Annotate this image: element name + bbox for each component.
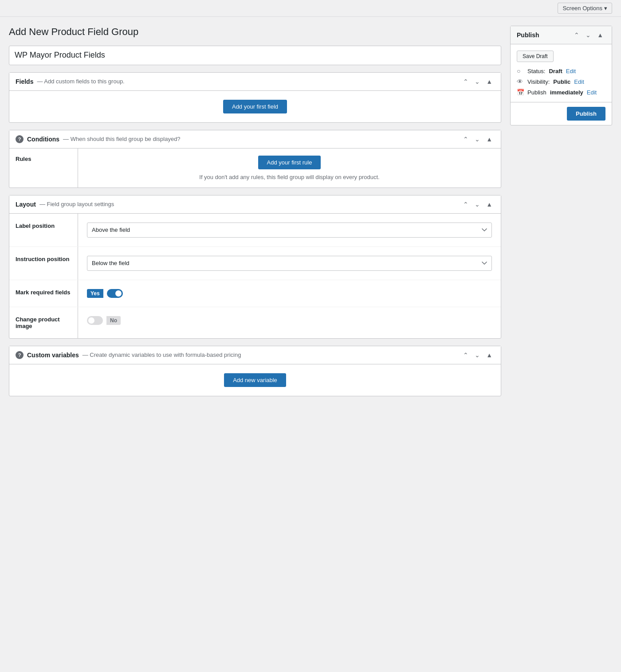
fields-panel-header: Fields — Add custom fields to this group… (9, 73, 501, 91)
fields-panel-subtitle: — Add custom fields to this group. (37, 78, 124, 85)
layout-panel: Layout — Field group layout settings ⌃ ⌄… (9, 195, 501, 339)
layout-panel-subtitle: — Field group layout settings (39, 201, 114, 207)
mark-required-toggle-container: Yes (87, 289, 492, 298)
visibility-icon: 👁 (517, 78, 524, 85)
conditions-panel-collapse-up[interactable]: ⌃ (461, 135, 471, 144)
custom-variables-panel-body: Add new variable (9, 364, 501, 396)
fields-panel-collapse-up[interactable]: ⌃ (461, 77, 471, 86)
custom-variables-panel-controls: ⌃ ⌄ ▲ (461, 351, 495, 359)
change-product-image-label: Change product image (9, 307, 78, 338)
instruction-position-text: Instruction position (16, 256, 69, 262)
fields-panel-controls: ⌃ ⌄ ▲ (461, 77, 495, 86)
change-product-image-no-label: No (106, 316, 121, 325)
mark-required-slider (107, 289, 123, 298)
change-product-image-row: Change product image No (9, 307, 501, 338)
publish-panel-collapse-down[interactable]: ⌄ (583, 31, 593, 39)
layout-panel-controls: ⌃ ⌄ ▲ (461, 200, 495, 209)
conditions-panel-toggle[interactable]: ▲ (484, 135, 495, 144)
screen-options-label: Screen Options (562, 5, 602, 12)
publish-visibility-value: Public (553, 78, 570, 85)
layout-panel-title: Layout (16, 201, 36, 208)
publish-title: Publish (517, 31, 539, 39)
custom-variables-panel-title: Custom variables (27, 352, 79, 359)
custom-variables-panel-collapse-down[interactable]: ⌄ (472, 351, 482, 359)
publish-button[interactable]: Publish (567, 107, 605, 121)
label-position-content: Above the field Below the field Left of … (78, 214, 501, 246)
conditions-hint: If you don't add any rules, this field g… (199, 174, 379, 180)
chevron-down-icon: ▾ (604, 5, 607, 12)
mark-required-toggle[interactable] (107, 289, 123, 298)
conditions-panel-subtitle: — When should this field group be displa… (63, 136, 181, 142)
custom-variables-panel-subtitle: — Create dynamic variables to use with f… (83, 352, 241, 358)
instruction-position-content: Below the field Above the field Hidden (78, 247, 501, 280)
publish-visibility-row: 👁 Visibility: Public Edit (517, 78, 605, 85)
publish-header-controls: ⌃ ⌄ ▲ (572, 31, 605, 39)
layout-panel-toggle[interactable]: ▲ (484, 200, 495, 209)
layout-panel-header-left: Layout — Field group layout settings (16, 201, 114, 208)
conditions-help-icon[interactable]: ? (16, 135, 24, 143)
conditions-panel-header-left: ? Conditions — When should this field gr… (16, 135, 181, 143)
mark-required-yes-label: Yes (87, 289, 103, 298)
instruction-position-select[interactable]: Below the field Above the field Hidden (87, 256, 492, 271)
conditions-panel-title: Conditions (27, 136, 59, 143)
conditions-panel-header: ? Conditions — When should this field gr… (9, 130, 501, 148)
left-column: Add New Product Field Group Fields — Add… (9, 26, 501, 403)
publish-when-label: Publish (527, 89, 546, 96)
layout-panel-collapse-down[interactable]: ⌄ (472, 200, 482, 209)
publish-visibility-edit[interactable]: Edit (574, 78, 584, 85)
conditions-panel-collapse-down[interactable]: ⌄ (472, 135, 482, 144)
publish-body: Save Draft ○ Status: Draft Edit 👁 Visibi… (511, 44, 612, 102)
conditions-content: Add your first rule If you don't add any… (78, 148, 501, 188)
calendar-icon: 📅 (517, 89, 524, 96)
publish-status-value: Draft (549, 68, 562, 74)
publish-panel: Publish ⌃ ⌄ ▲ Save Draft ○ Status: Draft… (510, 26, 612, 125)
conditions-rules-label: Rules (9, 148, 78, 188)
add-first-field-button[interactable]: Add your first field (223, 100, 287, 113)
publish-status-label: Status: (527, 68, 545, 74)
label-position-select[interactable]: Above the field Below the field Left of … (87, 223, 492, 238)
top-bar: Screen Options ▾ (0, 0, 621, 17)
custom-variables-help-icon[interactable]: ? (16, 351, 24, 359)
fields-panel-header-left: Fields — Add custom fields to this group… (16, 78, 125, 85)
fields-panel-body: Add your first field (9, 91, 501, 122)
custom-variables-panel: ? Custom variables — Create dynamic vari… (9, 346, 501, 396)
fields-panel-title: Fields (16, 78, 33, 85)
publish-status-row: ○ Status: Draft Edit (517, 67, 605, 74)
fields-panel-toggle[interactable]: ▲ (484, 77, 495, 86)
fields-panel-collapse-down[interactable]: ⌄ (472, 77, 482, 86)
mark-required-label: Mark required fields (9, 280, 78, 307)
publish-when-value: immediately (550, 89, 583, 96)
publish-status-edit[interactable]: Edit (566, 68, 576, 74)
publish-meta: ○ Status: Draft Edit 👁 Visibility: Publi… (517, 67, 605, 96)
save-draft-button[interactable]: Save Draft (517, 51, 554, 62)
custom-variables-panel-toggle[interactable]: ▲ (484, 351, 495, 359)
label-position-label: Label position (9, 214, 78, 246)
add-new-variable-button[interactable]: Add new variable (224, 373, 286, 387)
instruction-position-label: Instruction position (9, 247, 78, 280)
add-first-rule-button[interactable]: Add your first rule (258, 156, 321, 169)
publish-when-edit[interactable]: Edit (587, 89, 597, 96)
post-title-input[interactable] (9, 46, 501, 65)
mark-required-content: Yes (78, 280, 501, 307)
instruction-position-row: Instruction position Below the field Abo… (9, 247, 501, 280)
conditions-panel: ? Conditions — When should this field gr… (9, 130, 501, 188)
publish-panel-collapse-up[interactable]: ⌃ (572, 31, 582, 39)
mark-required-row: Mark required fields Yes (9, 280, 501, 307)
custom-variables-panel-header: ? Custom variables — Create dynamic vari… (9, 346, 501, 364)
publish-footer: Publish (511, 102, 612, 125)
change-product-image-toggle[interactable] (87, 316, 103, 325)
change-product-image-toggle-container: No (87, 316, 492, 325)
publish-header: Publish ⌃ ⌄ ▲ (511, 26, 612, 44)
custom-variables-panel-header-left: ? Custom variables — Create dynamic vari… (16, 351, 241, 359)
status-icon: ○ (517, 67, 524, 74)
publish-panel-toggle[interactable]: ▲ (595, 31, 605, 39)
right-column: Publish ⌃ ⌄ ▲ Save Draft ○ Status: Draft… (510, 26, 612, 125)
custom-variables-panel-collapse-up[interactable]: ⌃ (461, 351, 471, 359)
screen-options-button[interactable]: Screen Options ▾ (558, 3, 612, 14)
publish-visibility-label: Visibility: (527, 78, 550, 85)
change-product-image-content: No (78, 307, 501, 338)
change-product-image-slider (87, 316, 103, 325)
fields-panel: Fields — Add custom fields to this group… (9, 72, 501, 123)
layout-panel-collapse-up[interactable]: ⌃ (461, 200, 471, 209)
layout-panel-header: Layout — Field group layout settings ⌃ ⌄… (9, 195, 501, 214)
